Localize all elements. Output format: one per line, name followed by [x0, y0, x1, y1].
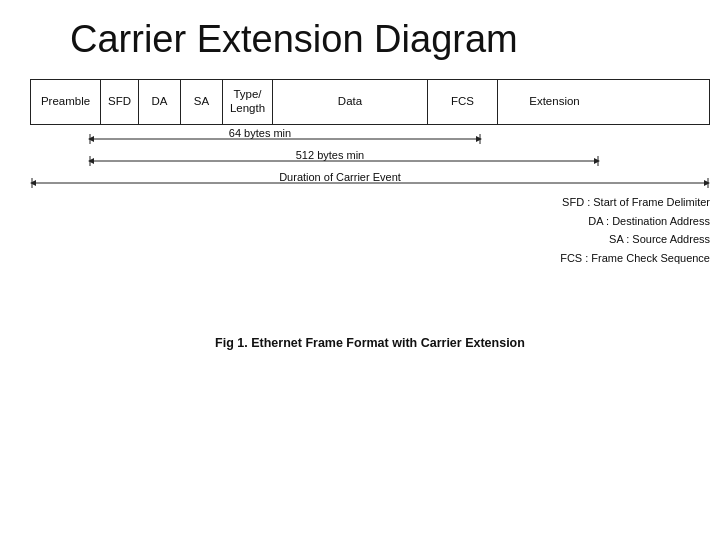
frame-cell-data: Data	[273, 80, 428, 124]
svg-marker-10	[594, 158, 600, 164]
legend-item: FCS : Frame Check Sequence	[30, 249, 710, 268]
page-title: Carrier Extension Diagram	[70, 18, 700, 61]
figure-caption: Fig 1. Ethernet Frame Format with Carrie…	[30, 336, 710, 350]
svg-marker-16	[704, 180, 710, 186]
diagram-area: PreambleSFDDASAType/LengthDataFCSExtensi…	[30, 79, 710, 350]
svg-text:64 bytes min: 64 bytes min	[229, 127, 291, 139]
frame-cell-fcs: FCS	[428, 80, 498, 124]
frame-cell-sa: SA	[181, 80, 223, 124]
legend-item: SA : Source Address	[30, 230, 710, 249]
legend-item: SFD : Start of Frame Delimiter	[30, 193, 710, 212]
frame-cell-da: DA	[139, 80, 181, 124]
svg-marker-15	[30, 180, 36, 186]
frame-cell-extension: Extension	[498, 80, 611, 124]
legend-item: DA : Destination Address	[30, 212, 710, 231]
svg-marker-4	[476, 136, 482, 142]
frame-cell-preamble: Preamble	[31, 80, 101, 124]
page: Carrier Extension Diagram PreambleSFDDAS…	[0, 0, 720, 540]
frame-cell-sfd: SFD	[101, 80, 139, 124]
svg-marker-9	[88, 158, 94, 164]
frame-row: PreambleSFDDASAType/LengthDataFCSExtensi…	[30, 79, 710, 125]
svg-text:Duration of Carrier Event: Duration of Carrier Event	[279, 171, 401, 183]
frame-cell-typelength: Type/Length	[223, 80, 273, 124]
svg-text:512 bytes min: 512 bytes min	[296, 149, 364, 161]
svg-marker-3	[88, 136, 94, 142]
legend: SFD : Start of Frame DelimiterDA : Desti…	[30, 193, 710, 268]
